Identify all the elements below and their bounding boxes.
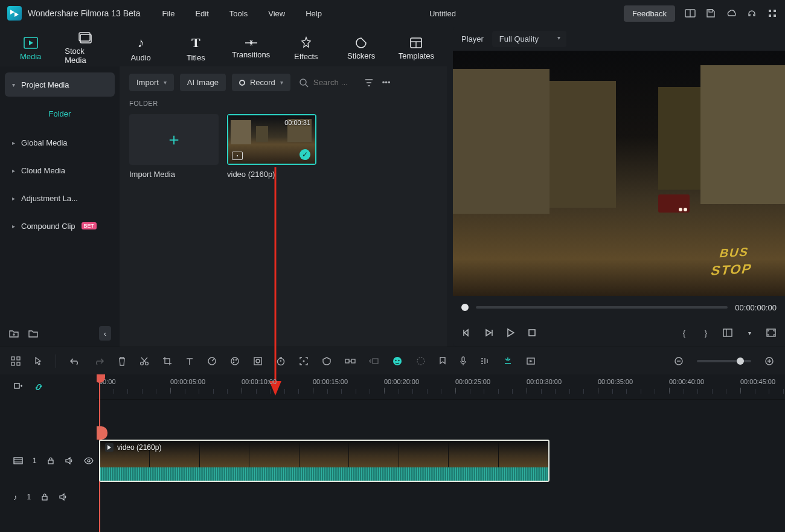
svg-rect-19	[529, 330, 535, 336]
prev-frame-icon[interactable]	[461, 327, 472, 338]
video-clip-label: video (2160p)	[227, 170, 316, 179]
cloud-icon[interactable]	[726, 8, 737, 19]
sidebar-project-media[interactable]: ▾Project Media	[5, 72, 115, 97]
tab-media[interactable]: Media	[10, 30, 51, 66]
add-track-icon[interactable]	[13, 382, 23, 392]
headset-icon[interactable]	[746, 8, 757, 19]
sidebar-compound-clip[interactable]: ▸Compound ClipBET	[5, 214, 115, 238]
collapse-sidebar-icon[interactable]: ‹	[99, 326, 111, 341]
audio-mix-icon[interactable]	[480, 357, 490, 365]
svg-line-14	[306, 85, 308, 87]
zoom-out-icon[interactable]	[674, 356, 684, 366]
mute-icon[interactable]	[65, 457, 74, 465]
eye-icon[interactable]	[84, 457, 94, 464]
menu-file[interactable]: File	[162, 9, 175, 18]
lock-icon[interactable]	[46, 457, 55, 465]
new-folder-icon[interactable]	[8, 328, 19, 339]
motion-icon[interactable]	[369, 357, 379, 365]
mask-icon[interactable]	[322, 356, 332, 366]
auto-reframe-icon[interactable]	[299, 356, 309, 366]
video-track-icon	[13, 457, 23, 465]
speed-icon[interactable]	[207, 356, 217, 366]
play-icon[interactable]	[505, 327, 516, 338]
video-clip-card[interactable]: 00:00:31 ✓	[227, 114, 316, 165]
delete-icon[interactable]	[118, 356, 126, 366]
link-icon[interactable]	[34, 382, 43, 392]
audio-track-header[interactable]: ♪ 1	[0, 482, 97, 512]
cut-icon[interactable]	[139, 356, 149, 366]
tab-effects[interactable]: Effects	[285, 30, 327, 66]
green-screen-icon[interactable]	[253, 356, 263, 366]
menu-edit[interactable]: Edit	[195, 9, 208, 18]
keyframe-icon[interactable]	[345, 357, 356, 365]
undo-icon[interactable]	[69, 357, 80, 365]
render-icon[interactable]	[526, 357, 536, 365]
tab-titles[interactable]: TTitles	[175, 30, 217, 66]
import-media-label: Import Media	[129, 170, 219, 179]
quality-dropdown[interactable]: Full Quality	[492, 31, 566, 47]
pointer-icon[interactable]	[34, 356, 42, 366]
ai-image-button[interactable]: AI Image	[180, 74, 226, 91]
added-check-icon: ✓	[300, 149, 310, 160]
timeline-clip[interactable]: video (2160p)	[99, 440, 550, 482]
filter-icon[interactable]	[364, 78, 374, 88]
aspect-icon[interactable]	[722, 327, 733, 338]
menu-tools[interactable]: Tools	[229, 9, 248, 18]
sidebar-folder[interactable]: Folder	[5, 100, 115, 127]
magnet-icon[interactable]	[503, 356, 513, 366]
mark-out-icon[interactable]: }	[700, 327, 711, 338]
enhance-icon[interactable]	[416, 356, 426, 366]
record-dropdown[interactable]: Record▾	[232, 74, 290, 91]
zoom-slider[interactable]	[697, 360, 751, 362]
tab-stickers[interactable]: Stickers	[341, 30, 382, 66]
lock-icon[interactable]	[40, 493, 49, 501]
mute-icon[interactable]	[59, 493, 68, 501]
sidebar-global-media[interactable]: ▸Global Media	[5, 130, 115, 155]
tab-transitions[interactable]: Transitions	[230, 30, 272, 66]
apps-icon[interactable]	[767, 8, 778, 19]
redo-icon[interactable]	[94, 357, 104, 365]
sidebar-cloud-media[interactable]: ▸Cloud Media	[5, 158, 115, 182]
ruler-tick: 00:00:30:00	[527, 378, 562, 385]
bus-graphic	[658, 194, 690, 213]
timeline-ruler[interactable]: 00:0000:00:05:0000:00:10:0000:00:15:0000…	[97, 374, 785, 400]
stop-icon[interactable]	[527, 327, 537, 338]
plus-icon: ＋	[165, 128, 182, 151]
crop-icon[interactable]	[162, 356, 172, 366]
import-dropdown[interactable]: Import▾	[129, 74, 174, 91]
tab-audio[interactable]: ♪Audio	[120, 30, 162, 66]
feedback-button[interactable]: Feedback	[624, 5, 675, 22]
timer-icon[interactable]	[276, 356, 286, 366]
video-track-header[interactable]: 1	[0, 440, 97, 482]
search-input[interactable]	[313, 78, 356, 87]
playhead-knob[interactable]	[461, 304, 469, 311]
grid-icon[interactable]	[11, 356, 21, 366]
svg-point-43	[398, 359, 399, 361]
timeline: 1 ♪ 1 00:0000:00:05:0000:00:10:0000:00:1…	[0, 374, 785, 532]
play-icon	[105, 443, 114, 452]
save-icon[interactable]	[705, 8, 716, 19]
razor-handle[interactable]	[97, 426, 107, 440]
mark-in-icon[interactable]: {	[679, 327, 690, 338]
progress-track[interactable]	[476, 306, 728, 309]
sidebar-adjustment-layer[interactable]: ▸Adjustment La...	[5, 186, 115, 210]
tab-templates[interactable]: Templates	[396, 30, 437, 66]
folder-icon[interactable]	[28, 328, 39, 339]
ai-icon[interactable]	[392, 356, 403, 367]
fullscreen-icon[interactable]	[766, 327, 777, 338]
play-pause-icon[interactable]	[483, 327, 494, 338]
layout-icon[interactable]	[685, 8, 696, 19]
zoom-in-icon[interactable]	[764, 356, 774, 366]
aspect-chevron-icon[interactable]: ▾	[744, 327, 755, 338]
text-icon[interactable]	[185, 357, 194, 365]
player-label: Player	[461, 34, 484, 43]
preview-viewport[interactable]: BUS STOP	[453, 51, 785, 296]
timeline-toolbar	[0, 347, 785, 374]
tab-stock-media[interactable]: Stock Media	[65, 30, 106, 66]
marker-icon[interactable]	[439, 356, 446, 366]
import-media-card[interactable]: ＋	[129, 114, 219, 165]
more-icon[interactable]: •••	[382, 78, 391, 87]
mic-icon[interactable]	[460, 356, 467, 366]
timecode: 00:00:00:00	[735, 303, 777, 312]
color-icon[interactable]	[230, 356, 240, 366]
